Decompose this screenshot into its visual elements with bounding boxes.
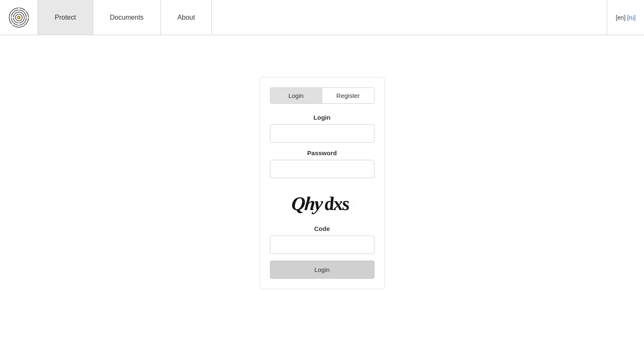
tab-register[interactable]: Register (322, 88, 374, 103)
captcha-image: Qhy dxs (289, 187, 356, 216)
code-input[interactable] (270, 236, 374, 254)
tab-login[interactable]: Login (270, 88, 323, 103)
code-label: Code (270, 225, 374, 232)
navbar-logo (0, 0, 38, 35)
login-label: Login (270, 114, 374, 121)
password-input[interactable] (270, 160, 374, 178)
navbar: Protect Documents About [en] [ru] (0, 0, 644, 35)
login-input[interactable] (270, 124, 374, 143)
navbar-item-documents[interactable]: Documents (93, 0, 161, 35)
lang-ru[interactable]: [ru] (627, 14, 636, 21)
svg-text:Qhy: Qhy (290, 193, 324, 214)
language-selector: [en] [ru] (607, 0, 644, 35)
svg-point-4 (18, 16, 20, 19)
captcha-container: Qhy dxs (270, 185, 374, 218)
main-content: Login Register Login Password Qhy dxs Co… (0, 35, 644, 341)
login-submit-button[interactable]: Login (270, 261, 374, 279)
navbar-spacer (212, 0, 607, 35)
login-card: Login Register Login Password Qhy dxs Co… (260, 77, 385, 289)
lang-en: [en] (616, 14, 625, 21)
navbar-item-protect[interactable]: Protect (38, 0, 93, 35)
navbar-item-about[interactable]: About (161, 0, 212, 35)
password-label: Password (270, 149, 374, 156)
svg-text:dxs: dxs (323, 193, 350, 214)
tab-group: Login Register (270, 87, 374, 104)
logo-icon (8, 7, 29, 28)
